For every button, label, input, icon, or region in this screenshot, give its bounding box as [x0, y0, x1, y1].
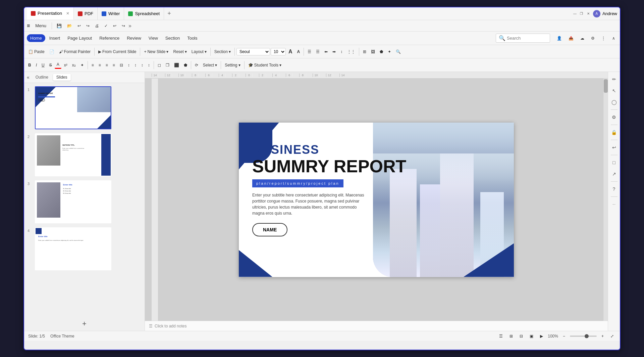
align-left-button[interactable]: ≡	[90, 62, 96, 69]
group-button[interactable]: ❒	[164, 62, 171, 69]
redo2-button[interactable]: ↪	[120, 23, 127, 29]
pen-button[interactable]: ✏	[609, 75, 619, 84]
add-tab-button[interactable]: +	[164, 10, 174, 17]
zoom-slider[interactable]	[570, 336, 597, 337]
para-spacing-button[interactable]: ↕	[146, 62, 152, 69]
zoom-minus-button[interactable]: −	[561, 333, 567, 340]
shape-tool-button[interactable]: ◯	[609, 97, 619, 107]
tab-insert[interactable]: Insert	[46, 34, 64, 42]
slide-thumbnail-4[interactable]: Enter title Enter your subtitle here con…	[35, 227, 111, 270]
settings-icon[interactable]: ⚙	[589, 35, 597, 42]
slide-thumb-3[interactable]: 3 Enter title 01. Enter title 02. Enter …	[27, 180, 142, 224]
undo-rs-button[interactable]: ↩	[609, 143, 619, 152]
format-painter-button[interactable]: 🖌 Format Painter	[57, 48, 93, 55]
zoom-plus-button[interactable]: +	[599, 333, 606, 340]
vertical-align-button[interactable]: ↕	[126, 62, 132, 69]
column-button[interactable]: ⋮⋮	[345, 48, 357, 55]
strikethrough-button[interactable]: S	[47, 62, 54, 69]
clipboard-button[interactable]: 📄	[47, 48, 56, 55]
save-button[interactable]: 💾	[55, 23, 64, 29]
filter-tool-button[interactable]: ⚙	[609, 113, 619, 122]
collapse-ribbon-button[interactable]: ∧	[610, 35, 617, 42]
tab-writer[interactable]: Writer	[98, 7, 124, 20]
bold-button[interactable]: B	[26, 62, 33, 69]
find-button[interactable]: 🔍	[394, 48, 403, 55]
bullet-list-button[interactable]: ☰	[306, 48, 313, 55]
justify-button[interactable]: ≡	[111, 62, 117, 69]
from-current-slide-button[interactable]: ▶ From Current Slide	[96, 48, 138, 55]
main-slide[interactable]: BUSINESS SUMMRY REPORT plan/report/summr…	[239, 123, 514, 277]
indent-button[interactable]: ➡	[330, 48, 338, 55]
tab-reference[interactable]: Reference	[96, 34, 123, 42]
lock-button[interactable]: 🔒	[609, 128, 619, 137]
shrink-font-button[interactable]: A	[295, 48, 302, 55]
clear-format-button[interactable]: ✦	[78, 62, 86, 69]
superscript-button[interactable]: x²	[62, 62, 69, 69]
slide-thumb-4[interactable]: 4 Enter title Enter your subtitle here c…	[27, 227, 142, 271]
slide-thumb-2[interactable]: 2 SETION TITL Enter your subtitle here c…	[27, 133, 142, 177]
layout-button[interactable]: Layout▾	[190, 48, 209, 55]
effects-button[interactable]: ✦	[386, 48, 393, 55]
font-color-button[interactable]: A	[55, 61, 61, 69]
hamburger-menu[interactable]: ≡	[27, 23, 30, 29]
slide-thumb-1[interactable]: 1 BUSINESS SUMMRY REPORT NAME	[27, 86, 142, 130]
close-button[interactable]: ✕	[586, 12, 590, 16]
slide-name-button[interactable]: NAME	[252, 223, 287, 236]
outdent-button[interactable]: ⬅	[322, 48, 330, 55]
slide-thumbnail-3[interactable]: Enter title 01. Enter title 02. Enter ti…	[35, 180, 111, 223]
undo2-button[interactable]: ↩	[111, 23, 118, 29]
align-right-button[interactable]: ≡	[104, 62, 110, 69]
help-button[interactable]: ?	[609, 184, 619, 194]
tab-presentation-close[interactable]: ✕	[66, 11, 69, 16]
tab-pdf[interactable]: PDF	[74, 7, 98, 20]
notes-area[interactable]: ☰ Click to add notes	[145, 321, 608, 331]
font-name-select[interactable]: Seoul Arial Times New Roman	[236, 48, 270, 55]
subscript-button[interactable]: x₂	[70, 62, 78, 69]
list-view-button[interactable]: ☰	[497, 333, 505, 340]
text-dir-button[interactable]: ↕	[132, 62, 139, 69]
tab-section[interactable]: Section	[162, 34, 183, 42]
minimize-button[interactable]: —	[573, 12, 577, 16]
slide-thumbnail-2[interactable]: SETION TITL Enter your subtitle here con…	[35, 133, 111, 176]
shape-fill-button[interactable]: ⬟	[182, 62, 189, 69]
more-menu-button[interactable]: »	[128, 23, 131, 29]
reset-button[interactable]: Reset▾	[171, 48, 189, 55]
undo-toolbar-button[interactable]: ↩	[75, 23, 83, 29]
more-options-button[interactable]: ⋮	[599, 35, 607, 42]
fullscreen-button[interactable]: ⤢	[608, 333, 616, 340]
setting-button[interactable]: Setting▾	[223, 62, 242, 69]
grow-font-button[interactable]: A	[286, 48, 294, 56]
tab-page-layout[interactable]: Page Layout	[64, 34, 95, 42]
select-button[interactable]: Select▾	[201, 62, 219, 69]
add-slide-button[interactable]: +	[24, 317, 145, 331]
restore-button[interactable]: ❐	[580, 12, 584, 16]
cloud-button[interactable]: ☁	[578, 35, 586, 42]
numbered-list-button[interactable]: ☰	[314, 48, 322, 55]
cursor-button[interactable]: ↖	[609, 86, 619, 95]
user-profile-icon[interactable]: 👤	[555, 35, 564, 42]
slide-thumbnail-1[interactable]: BUSINESS SUMMRY REPORT NAME	[35, 86, 111, 129]
comment-button[interactable]: □	[609, 158, 619, 167]
print-button[interactable]: 🖨	[93, 23, 101, 29]
share-rs-button[interactable]: ↗	[609, 169, 619, 179]
more-para-button[interactable]: ↕	[139, 62, 145, 69]
search-input[interactable]	[507, 36, 547, 41]
section-button[interactable]: Section▾	[212, 48, 233, 55]
distribute-button[interactable]: ⊟	[118, 62, 125, 69]
share-button[interactable]: 📤	[567, 35, 576, 42]
grid-view-button[interactable]: ⊞	[507, 333, 515, 340]
student-tools-button[interactable]: 🎓 Student Tools▾	[246, 62, 284, 69]
underline-button[interactable]: U	[40, 62, 47, 69]
italic-button[interactable]: I	[34, 62, 39, 69]
slideshow-button[interactable]: ▶	[538, 333, 545, 340]
tab-presentation[interactable]: Presentation ✕	[27, 7, 74, 20]
tab-spreadsheet[interactable]: Spreadsheet	[124, 7, 164, 20]
presenter-view-button[interactable]: ▣	[528, 333, 535, 340]
arrange-button[interactable]: ⬛	[172, 62, 181, 69]
tab-review[interactable]: Review	[123, 34, 145, 42]
shadow-button[interactable]: ◻	[156, 62, 163, 69]
new-slide-button[interactable]: + New Slide▾	[142, 48, 170, 55]
line-spacing-button[interactable]: ↕	[338, 48, 344, 55]
panel-tab-outline[interactable]: Outline	[32, 74, 52, 81]
paste-button[interactable]: 📋 Paste	[26, 48, 47, 55]
